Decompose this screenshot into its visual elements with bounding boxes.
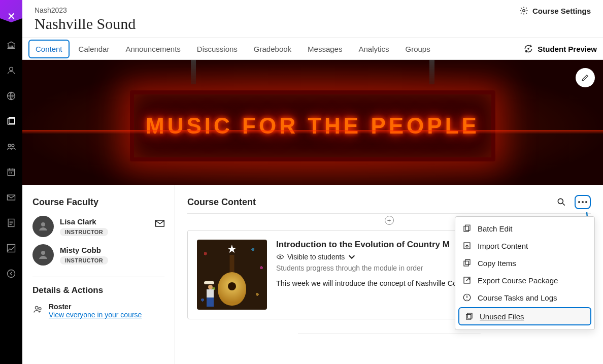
grades-nav-icon[interactable]: [0, 210, 22, 236]
roster-row: Roster View everyone in your course: [32, 303, 164, 319]
profile-icon[interactable]: [0, 58, 22, 83]
ellipsis-icon: [578, 201, 587, 203]
svg-point-11: [523, 10, 525, 12]
faculty-heading: Course Faculty: [32, 197, 164, 208]
calendar-nav-icon[interactable]: [0, 159, 22, 185]
menu-copy-items[interactable]: Copy Items: [455, 254, 594, 272]
groups-nav-icon[interactable]: [0, 134, 22, 159]
tasks-icon: [462, 293, 472, 302]
student-preview-label: Student Preview: [538, 45, 597, 53]
batch-edit-icon: [462, 224, 472, 233]
messages-nav-icon[interactable]: [0, 185, 22, 210]
student-preview-button[interactable]: Student Preview: [523, 44, 597, 54]
svg-point-19: [279, 256, 281, 257]
course-tabs: Content Calendar Announcements Discussio…: [22, 38, 603, 60]
details-heading: Details & Actions: [32, 285, 164, 295]
roster-label: Roster: [49, 303, 142, 311]
search-button[interactable]: [556, 197, 566, 207]
svg-point-15: [41, 251, 45, 255]
message-faculty-button[interactable]: [155, 220, 164, 229]
faculty-name: Misty Cobb: [60, 246, 108, 254]
import-icon: [462, 241, 472, 250]
tab-announcements[interactable]: Announcements: [118, 40, 187, 58]
svg-rect-20: [464, 226, 468, 232]
svg-rect-27: [466, 314, 471, 319]
course-header: Nash2023 Nashville Sound Course Settings: [22, 0, 603, 38]
gear-icon: [519, 6, 528, 15]
avatar: [32, 216, 54, 237]
pencil-icon: [581, 73, 590, 82]
search-icon: [556, 197, 566, 207]
export-icon: [462, 276, 472, 285]
svg-rect-21: [465, 225, 470, 230]
course-title: Nashville Sound: [35, 15, 136, 32]
svg-point-16: [36, 307, 39, 310]
tab-discussions[interactable]: Discussions: [190, 40, 245, 58]
eye-icon: [276, 253, 284, 261]
tools-nav-icon[interactable]: [0, 236, 22, 261]
tab-gradebook[interactable]: Gradebook: [247, 40, 298, 58]
svg-point-5: [12, 144, 14, 147]
svg-rect-7: [8, 195, 15, 200]
course-settings-button[interactable]: Course Settings: [519, 6, 591, 15]
close-button[interactable]: ✕: [0, 0, 22, 32]
main-panel: Nash2023 Nashville Sound Course Settings…: [22, 0, 603, 364]
svg-rect-9: [8, 245, 15, 252]
add-content-button[interactable]: +: [385, 216, 394, 225]
tab-calendar[interactable]: Calendar: [72, 40, 117, 58]
refresh-eye-icon: [523, 44, 533, 54]
files-icon: [464, 312, 474, 321]
svg-rect-24: [465, 259, 470, 264]
banner-neon-text: MUSIC FOR THE PEOPLE: [146, 113, 480, 139]
course-code: Nash2023: [35, 6, 136, 14]
tab-content[interactable]: Content: [28, 40, 70, 58]
globe-icon[interactable]: [0, 83, 22, 109]
menu-import-content[interactable]: Import Content: [455, 237, 594, 254]
visibility-label: Visible to students: [287, 253, 345, 261]
banner-neon-sign: MUSIC FOR THE PEOPLE: [130, 90, 495, 161]
close-icon: ✕: [7, 10, 16, 22]
module-thumbnail: ★: [197, 240, 267, 310]
svg-point-17: [39, 308, 41, 310]
menu-tasks-logs[interactable]: Course Tasks and Logs: [455, 289, 594, 306]
svg-point-12: [528, 48, 529, 49]
course-settings-label: Course Settings: [532, 7, 591, 15]
right-column: Course Content + ★ Introduction to the E…: [175, 185, 603, 364]
chevron-down-icon: [348, 253, 356, 261]
edit-banner-button[interactable]: [576, 68, 595, 87]
faculty-name: Lisa Clark: [60, 217, 108, 226]
faculty-item: Lisa Clark INSTRUCTOR: [32, 216, 164, 237]
roster-link[interactable]: View everyone in your course: [49, 311, 142, 319]
tab-messages[interactable]: Messages: [300, 40, 349, 58]
svg-point-18: [558, 198, 563, 204]
copy-icon: [462, 258, 472, 268]
svg-rect-23: [464, 261, 468, 266]
faculty-item: Misty Cobb INSTRUCTOR: [32, 244, 164, 266]
svg-point-13: [41, 222, 45, 226]
menu-batch-edit[interactable]: Batch Edit: [455, 220, 594, 237]
content-more-button[interactable]: [575, 195, 591, 209]
course-content-heading: Course Content: [187, 197, 256, 208]
svg-point-0: [10, 67, 13, 71]
tab-analytics[interactable]: Analytics: [351, 40, 396, 58]
tab-groups[interactable]: Groups: [398, 40, 437, 58]
content-actions-menu: Batch Edit Import Content Copy Items Exp…: [455, 216, 595, 330]
svg-point-10: [8, 270, 15, 278]
people-icon: [32, 304, 44, 315]
svg-rect-28: [467, 313, 472, 318]
left-column: Course Faculty Lisa Clark INSTRUCTOR Mis…: [22, 185, 175, 364]
institution-icon[interactable]: [0, 32, 22, 58]
role-badge: INSTRUCTOR: [60, 256, 108, 264]
svg-point-4: [8, 144, 11, 147]
menu-unused-files[interactable]: Unused Files: [458, 307, 591, 325]
course-banner: MUSIC FOR THE PEOPLE: [22, 60, 603, 185]
menu-export-course[interactable]: Export Course Package: [455, 272, 594, 289]
role-badge: INSTRUCTOR: [60, 228, 108, 236]
signout-nav-icon[interactable]: [0, 261, 22, 286]
global-nav-rail: ✕: [0, 0, 22, 364]
content-area: Course Faculty Lisa Clark INSTRUCTOR Mis…: [22, 185, 603, 364]
courses-icon[interactable]: [0, 109, 22, 134]
avatar: [32, 244, 54, 266]
